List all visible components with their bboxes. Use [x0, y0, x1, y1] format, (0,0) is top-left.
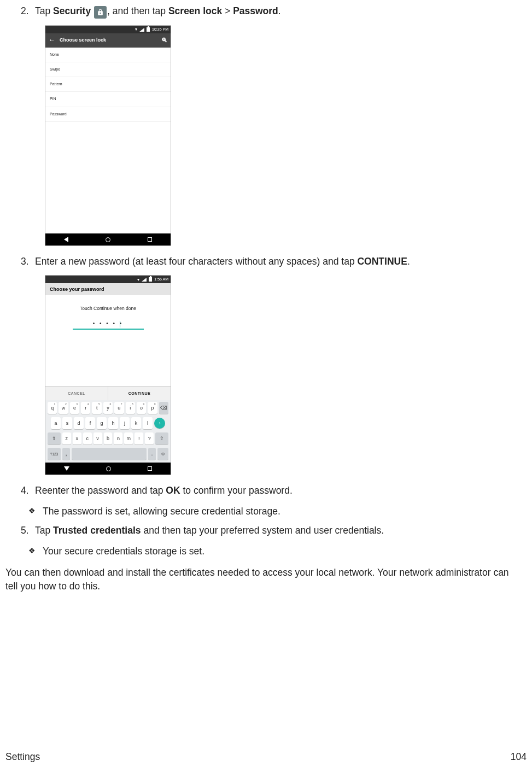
key-p[interactable]: p0	[148, 402, 157, 414]
key-o[interactable]: o9	[137, 402, 146, 414]
security-lock-icon	[94, 6, 107, 19]
password-hint: Touch Continue when done	[45, 305, 171, 312]
bullet-icon: ❖	[28, 545, 43, 559]
sub-text: The password is set, allowing secure cre…	[43, 505, 527, 518]
android-nav-bar	[45, 463, 171, 475]
step-number: 4.	[21, 484, 35, 498]
nav-hide-keyboard-icon[interactable]	[64, 466, 69, 471]
key-![interactable]: !	[135, 432, 143, 444]
nav-home-icon[interactable]	[106, 466, 111, 471]
bold-ok: OK	[166, 485, 180, 496]
nav-recent-icon[interactable]	[148, 466, 152, 471]
list-item[interactable]: Swipe	[45, 62, 171, 77]
key-d[interactable]: d	[74, 417, 84, 429]
battery-icon	[147, 27, 150, 32]
signal-icon	[139, 28, 144, 32]
search-icon[interactable]: 🔍︎	[161, 36, 167, 45]
nav-recent-icon[interactable]	[148, 237, 152, 242]
status-bar: ▾ 10:26 PM	[45, 26, 171, 33]
step-text: Enter a new password (at least four char…	[35, 255, 527, 268]
key-z[interactable]: z	[62, 432, 71, 444]
footer-section: Settings	[5, 750, 40, 764]
android-nav-bar	[45, 233, 171, 245]
status-time: 1:56 AM	[154, 277, 168, 282]
step-4: 4. Reenter the password and tap OK to co…	[21, 484, 527, 498]
app-bar-title: Choose screen lock	[60, 37, 157, 44]
page-footer: Settings 104	[5, 750, 527, 764]
key-x[interactable]: x	[73, 432, 81, 444]
app-bar-title: Choose your password	[50, 286, 104, 293]
back-icon[interactable]: ←	[49, 36, 55, 45]
key-t[interactable]: t5	[92, 402, 101, 414]
key-b[interactable]: b	[104, 432, 113, 444]
key-c[interactable]: c	[83, 432, 92, 444]
footer-page-number: 104	[511, 750, 527, 764]
key-l[interactable]: l	[143, 417, 153, 429]
step-3: 3. Enter a new password (at least four c…	[21, 255, 527, 268]
step-5: 5. Tap Trusted credentials and then tap …	[21, 524, 527, 537]
list-item[interactable]: None	[45, 48, 171, 62]
bold-trusted-credentials: Trusted credentials	[53, 525, 141, 536]
key-e[interactable]: e3	[70, 402, 79, 414]
bullet-icon: ❖	[28, 505, 43, 519]
key-m[interactable]: m	[124, 432, 133, 444]
key-space[interactable]	[72, 448, 147, 460]
app-bar: ← Choose screen lock 🔍︎	[45, 33, 171, 48]
key-period[interactable]: .	[148, 448, 156, 460]
key-shift[interactable]: ⇧	[155, 432, 168, 444]
battery-icon	[149, 277, 152, 282]
signal-icon	[142, 278, 147, 282]
key-backspace[interactable]: ⌫	[159, 402, 168, 414]
bold-continue: CONTINUE	[357, 256, 407, 267]
key-k[interactable]: k	[131, 417, 141, 429]
step-2: 2. Tap Security , and then tap Screen lo…	[21, 4, 527, 19]
list-item[interactable]: Password	[45, 107, 171, 122]
step-number: 2.	[21, 4, 35, 19]
list-item[interactable]: Pattern	[45, 77, 171, 92]
key-y[interactable]: y6	[103, 402, 113, 414]
list-item[interactable]: PIN	[45, 92, 171, 107]
step-number: 5.	[21, 524, 35, 537]
list-body: None Swipe Pattern PIN Password	[45, 48, 171, 233]
key-comma[interactable]: ,	[62, 448, 70, 460]
password-input[interactable]: • • • • •	[73, 320, 144, 330]
closing-paragraph: You can then download and install the ce…	[5, 566, 521, 594]
app-bar: Choose your password	[45, 283, 171, 295]
key-i[interactable]: i8	[126, 402, 135, 414]
bold-screen-lock: Screen lock	[168, 5, 222, 16]
key-q[interactable]: q1	[48, 402, 57, 414]
key-?[interactable]: ?	[145, 432, 154, 444]
key-shift[interactable]: ⇧	[48, 432, 61, 444]
bold-password: Password	[233, 5, 278, 16]
key-symbols[interactable]: ?123	[48, 448, 61, 460]
sub-bullet: ❖ The password is set, allowing secure c…	[28, 505, 527, 518]
screenshot-choose-password: ▾ 1:56 AM Choose your password Touch Con…	[45, 275, 171, 475]
key-h[interactable]: h	[108, 417, 118, 429]
key-j[interactable]: j	[120, 417, 130, 429]
cancel-button[interactable]: CANCEL	[45, 387, 108, 400]
key-v[interactable]: v	[93, 432, 102, 444]
key-r[interactable]: r4	[81, 402, 90, 414]
key-g[interactable]: g	[97, 417, 107, 429]
status-time: 10:26 PM	[152, 27, 168, 32]
key-w[interactable]: w2	[59, 402, 68, 414]
key-n[interactable]: n	[114, 432, 122, 444]
key-a[interactable]: a	[51, 417, 61, 429]
key-go[interactable]: ›	[154, 418, 165, 429]
step-number: 3.	[21, 255, 35, 268]
sub-bullet: ❖ Your secure credentials storage is set…	[28, 545, 527, 558]
nav-back-icon[interactable]	[64, 237, 68, 242]
step-text: Reenter the password and tap OK to confi…	[35, 484, 527, 498]
key-f[interactable]: f	[85, 417, 95, 429]
nav-home-icon[interactable]	[106, 237, 110, 242]
screenshot-choose-screen-lock: ▾ 10:26 PM ← Choose screen lock 🔍︎ None …	[45, 25, 171, 246]
key-s[interactable]: s	[62, 417, 72, 429]
key-u[interactable]: u7	[114, 402, 124, 414]
bold-security: Security	[53, 5, 91, 16]
step-text: Tap Security , and then tap Screen lock …	[35, 4, 527, 19]
sub-text: Your secure credentials storage is set.	[43, 545, 527, 558]
continue-button[interactable]: CONTINUE	[108, 387, 171, 400]
status-bar: ▾ 1:56 AM	[45, 276, 171, 283]
key-emoji[interactable]: ☺	[157, 448, 168, 460]
on-screen-keyboard: q1w2e3r4t5y6u7i8o9p0⌫ asdfghjkl› ⇧zxcvbn…	[45, 400, 171, 463]
